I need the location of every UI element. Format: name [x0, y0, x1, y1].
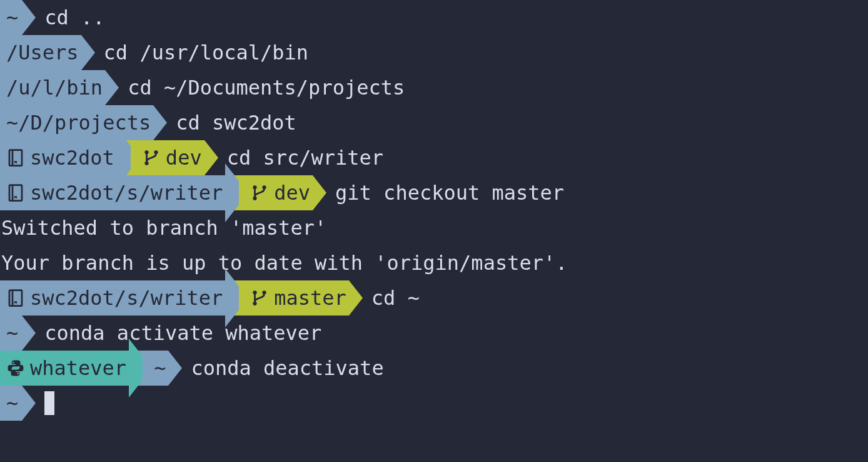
terminal[interactable]: ~cd ../Userscd /usr/local/bin/u/l/bincd … [0, 0, 868, 421]
chevron-right-icon [313, 175, 326, 210]
command-input[interactable]: cd .. [36, 0, 104, 35]
svg-point-9 [263, 185, 266, 189]
prompt-segment: /u/l/bin [0, 70, 105, 105]
chevron-right-icon [129, 339, 143, 398]
chevron-right-icon [153, 105, 167, 140]
svg-point-2 [144, 150, 148, 154]
chevron-right-icon [225, 163, 239, 222]
cursor [44, 391, 54, 415]
command-input[interactable]: cd swc2dot [167, 105, 296, 140]
branch-icon [250, 183, 269, 202]
prompt-segment: swc2dot [0, 140, 117, 175]
svg-point-13 [253, 302, 257, 305]
svg-point-8 [253, 197, 257, 200]
chevron-right-icon [22, 386, 36, 421]
python-icon [6, 359, 25, 377]
repo-icon [6, 183, 25, 202]
chevron-right-icon [105, 70, 119, 105]
terminal-line: Your branch is up to date with 'origin/m… [0, 245, 868, 280]
chevron-right-icon [168, 351, 182, 386]
segment-text: master [274, 280, 346, 316]
segment-text: whatever [30, 351, 126, 386]
segment-text: swc2dot/s/writer [30, 280, 223, 316]
segment-text: ~ [154, 351, 166, 386]
prompt-segment: master [239, 280, 349, 316]
branch-icon [250, 289, 269, 307]
segment-text: ~ [6, 386, 18, 421]
chevron-right-icon [22, 316, 36, 351]
prompt-segment: dev [239, 175, 313, 210]
chevron-right-icon [81, 35, 95, 70]
svg-rect-10 [9, 290, 22, 306]
prompt-segment: dev [131, 140, 204, 175]
chevron-right-icon [225, 269, 239, 327]
terminal-line: whatever~conda deactivate [0, 351, 868, 386]
repo-icon [6, 289, 25, 307]
segment-text: /Users [6, 35, 79, 70]
svg-point-14 [263, 290, 266, 294]
segment-text: ~ [6, 0, 18, 35]
terminal-line: /Userscd /usr/local/bin [0, 35, 868, 70]
segment-text: dev [274, 175, 310, 210]
svg-point-4 [154, 150, 158, 154]
repo-icon [6, 148, 25, 167]
chevron-right-icon [22, 0, 36, 35]
svg-rect-5 [9, 185, 22, 201]
terminal-line: Switched to branch 'master' [0, 210, 868, 245]
terminal-line: ~cd .. [0, 0, 868, 35]
command-output: Your branch is up to date with 'origin/m… [0, 245, 567, 280]
svg-rect-0 [9, 150, 22, 166]
svg-point-12 [253, 290, 257, 294]
prompt-segment: /Users [0, 35, 81, 70]
prompt-segment: swc2dot/s/writer [0, 280, 225, 316]
prompt-segment: ~ [0, 0, 22, 35]
command-input[interactable]: cd src/writer [218, 140, 383, 175]
segment-text: ~ [6, 316, 18, 351]
command-output: Switched to branch 'master' [0, 210, 326, 245]
terminal-line: swc2dotdevcd src/writer [0, 140, 868, 175]
command-input[interactable]: git checkout master [326, 175, 564, 210]
command-input[interactable]: cd ~ [363, 280, 420, 316]
terminal-line: swc2dot/s/writermastercd ~ [0, 280, 868, 316]
command-input[interactable]: conda activate whatever [36, 316, 321, 351]
chevron-right-icon [204, 140, 218, 175]
command-input[interactable]: cd ~/Documents/projects [119, 70, 405, 105]
terminal-line: /u/l/bincd ~/Documents/projects [0, 70, 868, 105]
terminal-line: swc2dot/s/writerdevgit checkout master [0, 175, 868, 210]
prompt-segment: ~ [0, 316, 22, 351]
svg-point-7 [253, 185, 257, 189]
segment-text: swc2dot/s/writer [30, 175, 223, 210]
prompt-segment: ~ [143, 351, 168, 386]
command-input[interactable]: conda deactivate [182, 351, 383, 386]
prompt-segment: swc2dot/s/writer [0, 175, 225, 210]
branch-icon [142, 148, 161, 167]
svg-point-3 [144, 162, 148, 165]
segment-text: /u/l/bin [6, 70, 103, 105]
prompt-segment: ~ [0, 386, 22, 421]
chevron-right-icon [349, 280, 363, 316]
command-input[interactable]: cd /usr/local/bin [95, 35, 309, 70]
segment-text: dev [166, 140, 202, 175]
segment-text: swc2dot [30, 140, 114, 175]
prompt-segment: whatever [0, 351, 129, 386]
